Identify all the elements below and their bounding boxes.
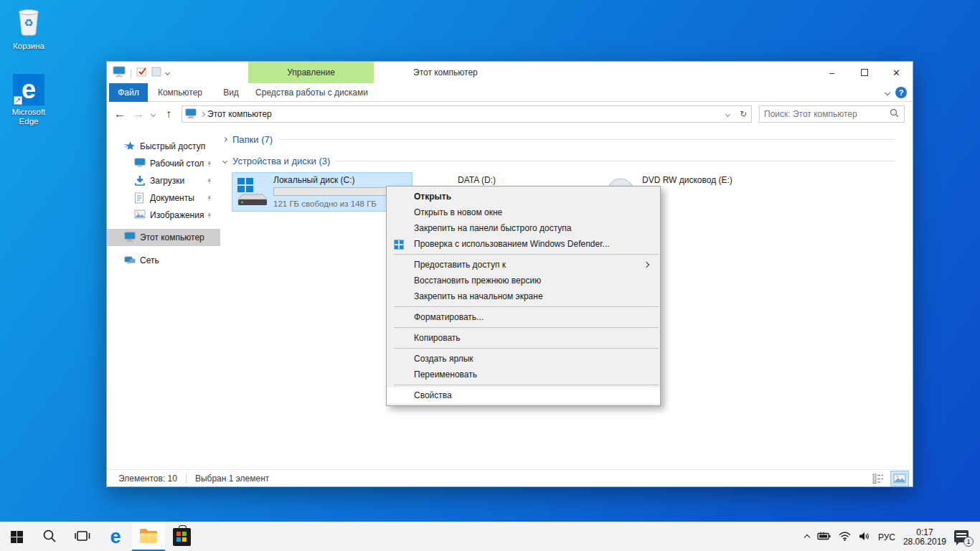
windows-logo-icon (11, 531, 23, 543)
tray-overflow-chevron-icon[interactable] (804, 534, 810, 540)
group-devices-label[interactable]: Устройства и диски (3) (232, 156, 330, 166)
pin-icon: 🖈 (206, 194, 213, 202)
breadcrumb-location[interactable]: Этот компьютер (207, 109, 272, 119)
qat-properties-icon[interactable] (136, 67, 147, 79)
expand-ribbon-button[interactable] (885, 83, 890, 102)
drive-d-name: DATA (D:) (458, 175, 496, 185)
sidebar-item-downloads[interactable]: Загрузки 🖈 (107, 172, 220, 189)
this-pc-icon (124, 232, 136, 243)
group-collapse-chevron-icon[interactable] (222, 137, 227, 142)
menu-item-pin-start[interactable]: Закрепить на начальном экране (387, 288, 660, 304)
shortcut-arrow-icon: ↗ (14, 96, 22, 105)
start-button[interactable] (0, 522, 33, 551)
drive-c-free-space: 121 ГБ свободно из 148 ГБ (273, 199, 377, 208)
quick-access-star-icon (124, 141, 136, 152)
maximize-button[interactable] (848, 62, 880, 83)
edge-label-line1: Microsoft (3, 108, 55, 117)
tab-view[interactable]: Вид (212, 83, 250, 102)
taskbar-search-button[interactable] (33, 522, 66, 551)
tab-computer[interactable]: Компьютер (148, 83, 212, 102)
minimize-button[interactable]: – (816, 62, 848, 83)
search-box[interactable] (759, 105, 905, 123)
menu-item-give-access[interactable]: Предоставить доступ к (387, 257, 660, 273)
search-input[interactable] (760, 109, 890, 119)
thumbnail-view-button[interactable] (891, 471, 908, 486)
menu-item-rename[interactable]: Переименовать (387, 367, 660, 382)
recycle-bin-desktop-icon[interactable]: ♻ Корзина (3, 6, 55, 51)
address-computer-icon (185, 108, 197, 121)
clock[interactable]: 0:17 28.06.2019 (903, 528, 946, 547)
downloads-icon (134, 175, 146, 187)
recycle-bin-icon: ♻ (14, 29, 44, 39)
pin-icon: 🖈 (206, 177, 213, 185)
action-center-button[interactable]: 1 (954, 530, 971, 545)
details-view-button[interactable] (870, 471, 887, 486)
qat-customize-chevron-icon[interactable] (165, 70, 170, 75)
sidebar-item-desktop[interactable]: Рабочий стол 🖈 (107, 155, 220, 172)
tray-time: 0:17 (903, 528, 946, 537)
network-icon (124, 255, 136, 266)
group-devices: Устройства и диски (3) (220, 156, 904, 166)
menu-item-create-shortcut[interactable]: Создать ярлык (387, 351, 660, 367)
group-expand-chevron-icon[interactable] (222, 159, 227, 164)
pin-icon: 🖈 (206, 160, 213, 168)
taskbar: e РУС 0:17 28.06.2 (0, 522, 980, 551)
sidebar-item-quick-access[interactable]: Быстрый доступ (107, 138, 220, 155)
recent-locations-chevron[interactable] (151, 102, 155, 126)
qat-new-window-icon[interactable] (151, 67, 161, 79)
wifi-icon[interactable] (839, 532, 851, 543)
title-bar: | Управление Этот компьютер – ✕ (107, 62, 913, 83)
drive-c-usage-bar (273, 187, 405, 196)
menu-item-properties[interactable]: Свойства (387, 387, 660, 403)
sidebar-item-this-pc[interactable]: Этот компьютер (107, 229, 220, 246)
address-bar[interactable]: Этот компьютер ↻ (182, 105, 752, 123)
refresh-button[interactable]: ↻ (735, 106, 751, 122)
group-folders-label[interactable]: Папки (7) (232, 134, 273, 145)
close-button[interactable]: ✕ (880, 62, 913, 83)
navigation-bar: ← → ↑ Этот компьютер ↻ (107, 102, 913, 126)
taskbar-edge-button[interactable]: e (99, 522, 132, 551)
edge-icon: e ↗ (13, 74, 44, 105)
edge-desktop-icon[interactable]: e ↗ Microsoft Edge (3, 74, 55, 126)
menu-item-restore-previous[interactable]: Восстановить прежнюю версию (387, 273, 660, 288)
drive-c-tile[interactable]: Локальный диск (C:) 121 ГБ свободно из 1… (232, 173, 412, 211)
desktop-icon (134, 158, 146, 169)
search-icon[interactable] (890, 108, 899, 120)
tab-file[interactable]: Файл (109, 83, 148, 102)
edge-icon: e (110, 527, 121, 547)
notification-badge: 1 (963, 537, 974, 547)
sidebar-item-network[interactable]: Сеть (107, 252, 220, 269)
help-button[interactable]: ? (895, 83, 907, 102)
svg-text:♻: ♻ (24, 17, 33, 29)
back-button[interactable]: ← (114, 102, 126, 126)
taskbar-store-button[interactable] (165, 522, 198, 551)
taskbar-explorer-button[interactable] (132, 522, 165, 551)
up-button[interactable]: ↑ (166, 102, 171, 126)
tab-disk-tools[interactable]: Средства работы с дисками (250, 83, 374, 102)
sidebar-item-pictures[interactable]: Изображения 🖈 (107, 207, 220, 224)
menu-item-format[interactable]: Форматировать... (387, 309, 660, 325)
menu-item-open[interactable]: Открыть (387, 189, 660, 204)
battery-icon[interactable] (817, 532, 831, 542)
breadcrumb-chevron-icon[interactable] (200, 111, 205, 116)
menu-item-defender-scan[interactable]: Проверка с использованием Windows Defend… (387, 236, 660, 252)
pin-icon: 🖈 (206, 212, 213, 220)
search-icon (42, 529, 57, 545)
selection-status: Выбран 1 элемент (195, 474, 269, 484)
sidebar-item-documents[interactable]: Документы 🖈 (107, 189, 220, 207)
ribbon-tabs: Файл Компьютер Вид Средства работы с дис… (107, 83, 913, 102)
drive-c-icon (235, 176, 268, 208)
drive-c-name: Локальный диск (C:) (273, 175, 355, 185)
address-dropdown-button[interactable] (720, 106, 735, 122)
task-view-button[interactable] (66, 522, 99, 551)
menu-item-open-new-window[interactable]: Открыть в новом окне (387, 204, 660, 220)
group-folders: Папки (7) (220, 134, 904, 145)
language-indicator[interactable]: РУС (878, 532, 895, 542)
forward-button[interactable]: → (133, 102, 144, 126)
menu-item-copy[interactable]: Копировать (387, 330, 660, 346)
desktop: ♻ Корзина e ↗ Microsoft Edge | (0, 0, 980, 551)
menu-item-pin-quick-access[interactable]: Закрепить на панели быстрого доступа (387, 220, 660, 236)
volume-icon[interactable] (859, 532, 870, 543)
contextual-tab-group[interactable]: Управление (248, 62, 374, 83)
system-menu-computer-icon[interactable] (113, 66, 126, 80)
